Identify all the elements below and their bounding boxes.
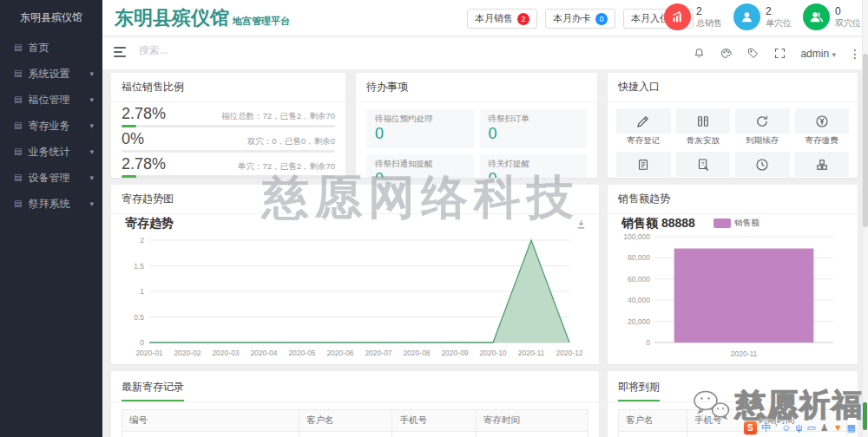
tab-row: 即将到期 bbox=[608, 371, 858, 402]
chevron-down-icon: ▾ bbox=[89, 113, 94, 139]
quick-grid: 寄存登记 骨灰安放 到期续存 寄存缴费 bbox=[608, 102, 858, 178]
svg-text:2: 2 bbox=[140, 236, 144, 245]
user-menu[interactable]: admin ▾ bbox=[800, 48, 836, 60]
sales-amount-chart: 020,00040,00060,00080,000100,0002020-11 bbox=[615, 230, 847, 364]
svg-text:80,000: 80,000 bbox=[628, 253, 650, 262]
quick-deposit-payment[interactable]: 寄存缴费 bbox=[795, 108, 850, 148]
svg-text:2020-01: 2020-01 bbox=[135, 349, 162, 357]
refresh-icon bbox=[735, 108, 790, 134]
card-title: 销售额趋势 bbox=[608, 185, 858, 214]
todo-tile-lamp-off[interactable]: 待关灯提醒 0 bbox=[480, 154, 588, 178]
svg-text:0.5: 0.5 bbox=[134, 313, 144, 322]
quick-worship-reminder[interactable]: 祭祀提醒 bbox=[735, 152, 790, 178]
tab-latest-records[interactable]: 最新寄存记录 bbox=[122, 380, 184, 401]
card-title: 快捷入口 bbox=[608, 73, 858, 102]
bell-icon[interactable] bbox=[693, 47, 707, 61]
deposit-trend-chart: 00.511.522020-012020-022020-032020-04202… bbox=[118, 233, 591, 363]
svg-text:2020-05: 2020-05 bbox=[288, 349, 315, 357]
chevron-down-icon: ▾ bbox=[89, 191, 94, 217]
svg-text:2020-04: 2020-04 bbox=[250, 349, 277, 357]
svg-text:2020-02: 2020-02 bbox=[174, 349, 201, 357]
todo-tile-worship-orders[interactable]: 待祭扫订单 0 bbox=[480, 109, 588, 148]
svg-text:2020-11: 2020-11 bbox=[518, 349, 545, 357]
punct-icon[interactable]: ’ bbox=[775, 423, 777, 433]
sidebar-item-system-settings[interactable]: ▤ 系统设置 ▾ bbox=[0, 61, 102, 87]
svg-text:0: 0 bbox=[646, 338, 650, 347]
menu-grid-icon: ▤ bbox=[14, 61, 22, 87]
person-icon[interactable]: ♟ bbox=[820, 423, 829, 433]
quick-deposit-register[interactable]: 寄存登记 bbox=[616, 108, 671, 148]
todo-tile-reservation[interactable]: 待福位预约处理 0 bbox=[366, 109, 474, 148]
svg-text:2020-09: 2020-09 bbox=[441, 349, 468, 357]
todo-tile-worship-notice[interactable]: 待祭扫通知提醒 0 bbox=[366, 154, 474, 178]
mic-icon[interactable]: ψ bbox=[796, 423, 803, 433]
header: 东明县殡仪馆地宫管理平台 本月销售 2 本月办卡 0 本月入住 0 2总销售 bbox=[102, 0, 868, 36]
svg-text:?: ? bbox=[701, 160, 705, 166]
card-title: 寄存趋势图 bbox=[111, 185, 599, 214]
lang-icon[interactable]: 中 bbox=[761, 423, 771, 433]
svg-text:0: 0 bbox=[140, 338, 144, 347]
table-header-row: 编号 客户名 手机号 寄存时间 bbox=[122, 410, 589, 432]
tab-row: 最新寄存记录 bbox=[111, 371, 599, 402]
columns-icon bbox=[676, 108, 731, 134]
ratio-row-single: 2.78% 单穴：72，已售2，剩余70 bbox=[111, 153, 345, 178]
collapse-menu-icon[interactable] bbox=[114, 47, 126, 57]
svg-text:2020-12: 2020-12 bbox=[556, 349, 582, 357]
boxes-icon bbox=[795, 152, 850, 177]
order-list-icon bbox=[616, 152, 671, 177]
quick-ash-placement[interactable]: 骨灰安放 bbox=[676, 108, 731, 148]
yen-circle-icon bbox=[795, 108, 850, 134]
skin-icon[interactable]: ▼ bbox=[833, 423, 843, 433]
badge-count: 0 bbox=[595, 13, 608, 25]
download-chart-icon[interactable] bbox=[575, 218, 587, 233]
sales-trend-card: 销售额趋势 销售额 88888 销售额 020,00040,00060,0008… bbox=[608, 185, 858, 364]
sidebar-item-worship-system[interactable]: ▤ 祭拜系统 ▾ bbox=[0, 191, 102, 217]
tray-handle[interactable] bbox=[863, 402, 867, 430]
menu-grid-icon: ▤ bbox=[14, 191, 22, 217]
booking-doc-icon: ? bbox=[676, 152, 731, 177]
keyboard-icon[interactable]: ▭ bbox=[806, 423, 815, 433]
quick-worship-orders[interactable]: 祭祀订单 bbox=[616, 152, 671, 178]
fullscreen-icon[interactable] bbox=[773, 47, 787, 61]
svg-text:1.5: 1.5 bbox=[134, 262, 144, 271]
menu-grid-icon: ▤ bbox=[14, 139, 22, 165]
sidebar-item-home[interactable]: ▤ 首页 bbox=[0, 35, 102, 61]
chevron-down-icon: ▾ bbox=[89, 87, 94, 113]
more-options-icon[interactable]: ⋮ bbox=[849, 47, 861, 61]
svg-text:2020-11: 2020-11 bbox=[731, 349, 758, 358]
svg-text:1: 1 bbox=[140, 287, 144, 296]
svg-text:20,000: 20,000 bbox=[628, 317, 650, 326]
pen-icon bbox=[616, 108, 671, 134]
sidebar-item-deposit-business[interactable]: ▤ 寄存业务 ▾ bbox=[0, 113, 102, 139]
records-table: 编号 客户名 手机号 寄存时间 REG-186420201114144615 哈… bbox=[122, 409, 589, 437]
person-icon bbox=[733, 3, 760, 30]
sogou-logo-icon[interactable]: S bbox=[744, 421, 757, 434]
header-stats: 2总销售 2单穴位 0双穴位 bbox=[664, 3, 861, 30]
emoji-icon[interactable]: ☺ bbox=[781, 423, 791, 433]
sidebar-item-business-stats[interactable]: ▤ 业务统计 ▾ bbox=[0, 139, 102, 165]
sidebar-item-device-mgmt[interactable]: ▤ 设备管理 ▾ bbox=[0, 165, 102, 191]
app-subtitle: 地宫管理平台 bbox=[233, 16, 290, 26]
pill-month-sales[interactable]: 本月销售 2 bbox=[467, 9, 537, 29]
search-input[interactable] bbox=[139, 44, 295, 56]
scrollbar-thumb[interactable] bbox=[863, 54, 868, 227]
stat-single-slots: 2单穴位 bbox=[733, 3, 792, 30]
app-logo: 东明县殡仪馆地宫管理平台 bbox=[115, 5, 290, 31]
pill-month-cards[interactable]: 本月办卡 0 bbox=[545, 9, 615, 29]
progress-bar bbox=[122, 175, 335, 178]
clock-icon bbox=[735, 152, 790, 177]
chart-legend[interactable]: 销售额 bbox=[713, 218, 760, 229]
latest-records-card: 最新寄存记录 编号 客户名 手机号 寄存时间 REG-1864202011141… bbox=[111, 371, 599, 437]
tab-expiring-soon[interactable]: 即将到期 bbox=[618, 380, 660, 401]
svg-text:2020-03: 2020-03 bbox=[212, 349, 239, 357]
grid-icon[interactable]: ▦ bbox=[847, 423, 856, 433]
quick-renewal[interactable]: 到期续存 bbox=[735, 108, 790, 148]
tag-icon[interactable] bbox=[746, 47, 760, 61]
theme-palette-icon[interactable] bbox=[720, 47, 733, 61]
todo-grid: 待福位预约处理 0 待祭扫订单 0 待祭扫通知提醒 0 待关灯提醒 0 bbox=[356, 102, 597, 178]
sidebar-item-fuwei-mgmt[interactable]: ▤ 福位管理 ▾ bbox=[0, 87, 102, 113]
svg-text:2020-07: 2020-07 bbox=[365, 349, 391, 357]
quick-fuwei-booking[interactable]: ? 福位预约 bbox=[676, 152, 731, 178]
menu-grid-icon: ▤ bbox=[14, 35, 22, 61]
quick-offerings-mgmt[interactable]: 祭品管理 bbox=[795, 152, 850, 178]
